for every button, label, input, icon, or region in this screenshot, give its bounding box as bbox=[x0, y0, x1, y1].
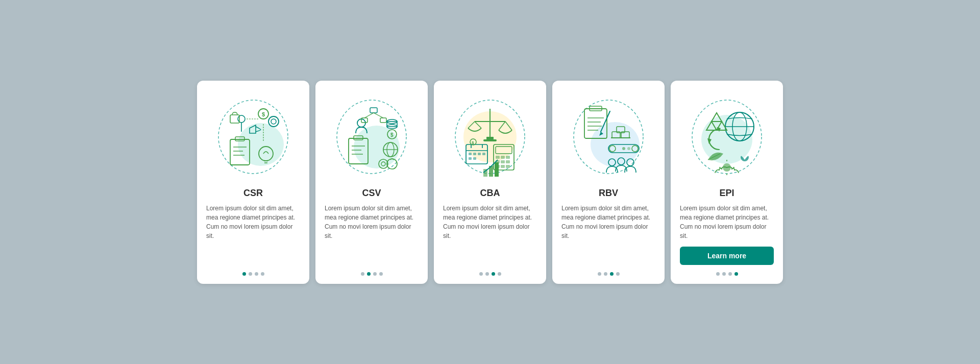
dot-1 bbox=[242, 272, 246, 276]
svg-rect-27 bbox=[370, 108, 377, 113]
dot-4 bbox=[734, 272, 738, 276]
svg-rect-58 bbox=[473, 153, 476, 155]
epi-icon-area bbox=[686, 91, 768, 183]
cba-dots bbox=[479, 272, 501, 276]
dot-1 bbox=[361, 272, 364, 276]
svg-point-14 bbox=[238, 115, 245, 123]
csv-title: CSV bbox=[362, 188, 381, 199]
svg-rect-65 bbox=[496, 156, 500, 159]
dot-2 bbox=[722, 272, 726, 276]
csr-illustration: $ bbox=[215, 93, 291, 180]
dot-3 bbox=[373, 272, 377, 276]
csv-dots bbox=[361, 272, 383, 276]
svg-rect-61 bbox=[469, 157, 472, 160]
card-csv: $ CSV Lorem ipsum dolor sit dim amet, me… bbox=[315, 81, 428, 284]
csr-dots bbox=[242, 272, 264, 276]
dot-2 bbox=[249, 272, 252, 276]
dot-3 bbox=[492, 272, 495, 276]
cba-title: CBA bbox=[480, 188, 500, 199]
dot-4 bbox=[616, 272, 620, 276]
dot-4 bbox=[379, 272, 383, 276]
svg-rect-33 bbox=[387, 122, 397, 127]
dot-2 bbox=[367, 272, 371, 276]
svg-line-31 bbox=[374, 113, 383, 118]
dot-1 bbox=[479, 272, 483, 276]
svg-text:$: $ bbox=[262, 111, 265, 117]
svg-rect-62 bbox=[473, 157, 476, 160]
svg-rect-70 bbox=[506, 160, 510, 163]
rbv-dots bbox=[598, 272, 620, 276]
csr-icon-area: $ bbox=[212, 91, 294, 183]
rbv-icon-area bbox=[568, 91, 649, 183]
dot-3 bbox=[610, 272, 614, 276]
svg-rect-52 bbox=[483, 139, 497, 141]
csr-text: Lorem ipsum dolor sit dim amet, mea regi… bbox=[206, 204, 300, 265]
svg-rect-29 bbox=[380, 118, 386, 123]
dot-1 bbox=[598, 272, 601, 276]
rbv-title: RBV bbox=[599, 188, 618, 199]
dot-4 bbox=[498, 272, 501, 276]
svg-rect-67 bbox=[506, 156, 510, 159]
epi-dots bbox=[716, 272, 738, 276]
svg-rect-66 bbox=[501, 156, 505, 159]
dot-1 bbox=[716, 272, 720, 276]
svg-rect-73 bbox=[506, 165, 510, 168]
cba-icon-area: $ bbox=[449, 91, 531, 183]
svg-line-30 bbox=[364, 113, 374, 118]
card-epi: EPI Lorem ipsum dolor sit dim amet, mea … bbox=[671, 81, 783, 284]
svg-rect-59 bbox=[478, 153, 481, 155]
svg-rect-78 bbox=[495, 162, 499, 177]
epi-text: Lorem ipsum dolor sit dim amet, mea regi… bbox=[680, 204, 774, 240]
cba-text: Lorem ipsum dolor sit dim amet, mea regi… bbox=[443, 204, 537, 265]
dot-3 bbox=[255, 272, 258, 276]
svg-text:$: $ bbox=[472, 140, 474, 145]
cards-container: $ CSR Lorem ipsum dolor sit dim amet, me… bbox=[197, 81, 783, 284]
epi-title: EPI bbox=[719, 188, 734, 199]
cba-illustration: $ bbox=[452, 93, 528, 180]
svg-point-11 bbox=[271, 119, 276, 124]
svg-rect-72 bbox=[501, 165, 505, 168]
card-csr: $ CSR Lorem ipsum dolor sit dim amet, me… bbox=[197, 81, 309, 284]
rbv-illustration bbox=[570, 93, 647, 180]
csv-text: Lorem ipsum dolor sit dim amet, mea regi… bbox=[325, 204, 419, 265]
svg-text:$: $ bbox=[390, 132, 394, 138]
svg-rect-69 bbox=[501, 160, 505, 163]
csv-illustration: $ bbox=[333, 93, 410, 180]
svg-rect-51 bbox=[486, 137, 494, 139]
svg-point-99 bbox=[627, 147, 630, 150]
svg-rect-60 bbox=[482, 153, 485, 155]
epi-illustration bbox=[689, 93, 765, 180]
learn-more-button[interactable]: Learn more bbox=[680, 247, 774, 265]
svg-point-10 bbox=[268, 116, 279, 127]
card-rbv: RBV Lorem ipsum dolor sit dim amet, mea … bbox=[552, 81, 665, 284]
svg-point-98 bbox=[622, 147, 625, 150]
csv-icon-area: $ bbox=[331, 91, 412, 183]
dot-3 bbox=[728, 272, 732, 276]
csr-title: CSR bbox=[243, 188, 263, 199]
dot-2 bbox=[604, 272, 607, 276]
card-cba: $ CBA Lorem ipsum dolor sit dim amet, me… bbox=[434, 81, 546, 284]
svg-rect-57 bbox=[469, 153, 472, 155]
dot-2 bbox=[485, 272, 489, 276]
dot-4 bbox=[261, 272, 264, 276]
rbv-text: Lorem ipsum dolor sit dim amet, mea regi… bbox=[561, 204, 655, 265]
